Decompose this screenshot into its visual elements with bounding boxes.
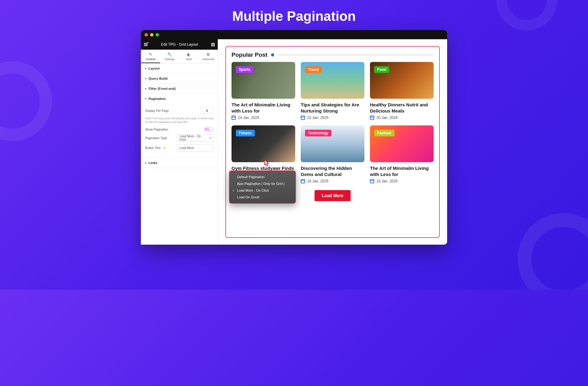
bg-decoration [518,213,588,290]
category-badge[interactable]: Fashion [374,130,394,136]
pagination-type-select[interactable]: Load More - On Click [177,134,213,142]
editor-tabs: ✎ Content 🔧 Settings ◐ Style ⚙ Advanced [141,50,218,63]
window-close-icon[interactable] [145,33,148,36]
section-query-build[interactable]: Query Build [141,74,218,83]
post-title[interactable]: Tips and Strategies for Are Nurturing St… [301,102,364,114]
notification-badge-icon [147,42,149,44]
toggle-value: Show [205,127,211,132]
editor-sidebar: Edit TPG - Grid Layout ✎ Content 🔧 Setti… [141,39,218,245]
post-title[interactable]: The Art of Minimalm Living with Less for [232,102,295,114]
section-layout[interactable]: Layout [141,63,218,73]
show-pagination-label: Show Pagination [145,128,204,131]
category-badge[interactable]: Fitness [236,130,255,136]
section-pagination[interactable]: Pagination [141,94,218,104]
post-card[interactable]: SportsThe Art of Minimalm Living with Le… [232,62,295,120]
per-page-label: Display Per Page [145,109,201,113]
button-text-input[interactable] [177,144,213,151]
post-card[interactable]: FashionThe Art of Minimalm Living with L… [370,125,434,183]
post-meta: 20 Jan, 2025 [370,116,434,120]
post-date: 24 Jan, 2025 [238,116,259,120]
post-date: 22 Jan, 2025 [307,116,328,120]
calendar-icon [370,179,374,183]
post-title[interactable]: The Art of Minimalm Living with Less for [370,165,434,177]
post-meta: 22 Jan, 2025 [301,116,364,120]
wrench-icon: 🔧 [160,52,179,57]
section-filter[interactable]: Filter (Front-end) [141,84,218,94]
contrast-icon: ◐ [179,52,199,57]
widget-heading: Popular Post [232,52,267,58]
category-badge[interactable]: Sports [236,66,254,73]
tab-label: Content [146,58,156,61]
section-links[interactable]: Links [141,158,218,168]
load-more-button[interactable]: Load More [315,190,351,201]
post-thumbnail: Food [370,62,434,99]
pagination-type-label: Pagination Type [145,136,177,140]
dropdown-option-scroll[interactable]: Load On Scroll [230,194,295,201]
tab-advanced[interactable]: ⚙ Advanced [198,50,218,63]
post-title[interactable]: Healthy Dinners Nutrit and Delicious Mea… [370,102,434,114]
bg-decoration [0,61,52,141]
tab-label: Style [186,58,192,61]
calendar-icon [301,179,305,183]
tab-label: Settings [165,58,175,61]
dropdown-option-loadmore[interactable]: Load More - On Click [230,187,295,194]
browser-window: Edit TPG - Grid Layout ✎ Content 🔧 Setti… [141,30,447,245]
window-titlebar [141,30,447,39]
post-card[interactable]: FoodHealthy Dinners Nutrit and Delicious… [370,62,434,120]
post-card[interactable]: TravelTips and Strategies for Are Nurtur… [301,62,364,120]
dynamic-tag-icon[interactable]: ⚡ [163,146,166,150]
select-value: Load More - On Click [179,135,207,141]
button-text-label: Button Text ⚡ [145,146,177,150]
per-page-help: Enter how may posts will display per pag… [145,117,213,124]
sidebar-header: Edit TPG - Grid Layout [141,39,218,50]
per-page-input[interactable] [201,107,213,114]
preview-area: Popular Post SportsThe Art of Minimalm L… [218,39,447,245]
post-thumbnail: Travel [301,62,364,99]
heading-dot-icon [271,53,274,56]
post-meta: 15 Jan, 2025 [370,179,434,183]
tab-content[interactable]: ✎ Content [141,50,160,63]
window-minimize-icon[interactable] [150,33,153,36]
tab-label: Advanced [202,58,214,61]
menu-icon[interactable] [144,43,148,46]
post-grid-widget: Popular Post SportsThe Art of Minimalm L… [225,46,440,238]
section-pagination-body: Display Per Page Enter how may posts wil… [141,104,218,158]
sidebar-title: Edit TPG - Grid Layout [148,42,211,47]
post-date: 15 Jan, 2025 [376,179,398,183]
category-badge[interactable]: Travel [305,66,322,73]
post-meta: 16 Jan, 2025 [301,179,364,183]
post-meta: 24 Jan, 2025 [232,116,295,120]
post-thumbnail: Fitness [232,125,295,162]
window-maximize-icon[interactable] [156,33,159,36]
category-badge[interactable]: Technology [305,130,331,136]
heading-divider [277,55,434,55]
post-date: 16 Jan, 2025 [307,179,328,183]
show-pagination-toggle[interactable]: Show [204,127,213,132]
post-date: 20 Jan, 2025 [376,116,398,120]
dropdown-option-default[interactable]: Default Pagination [230,174,295,180]
post-thumbnail: Technology [301,125,364,162]
apps-grid-icon[interactable] [211,43,215,46]
gear-icon: ⚙ [198,52,218,57]
calendar-icon [232,116,236,120]
category-badge[interactable]: Food [374,66,389,73]
calendar-icon [370,116,374,120]
pencil-icon: ✎ [141,52,160,57]
post-title[interactable]: Discovering the Hidden Gems and Cultural [301,165,364,177]
post-thumbnail: Fashion [370,125,434,162]
post-card[interactable]: TechnologyDiscovering the Hidden Gems an… [301,125,364,183]
tab-settings[interactable]: 🔧 Settings [160,50,179,63]
dropdown-option-ajax[interactable]: Ajax Pagination ( Only for Grid ) [230,180,295,187]
tab-style[interactable]: ◐ Style [179,50,199,63]
pagination-type-dropdown: Default Pagination Ajax Pagination ( Onl… [229,170,296,204]
calendar-icon [301,116,305,120]
post-thumbnail: Sports [232,62,295,99]
